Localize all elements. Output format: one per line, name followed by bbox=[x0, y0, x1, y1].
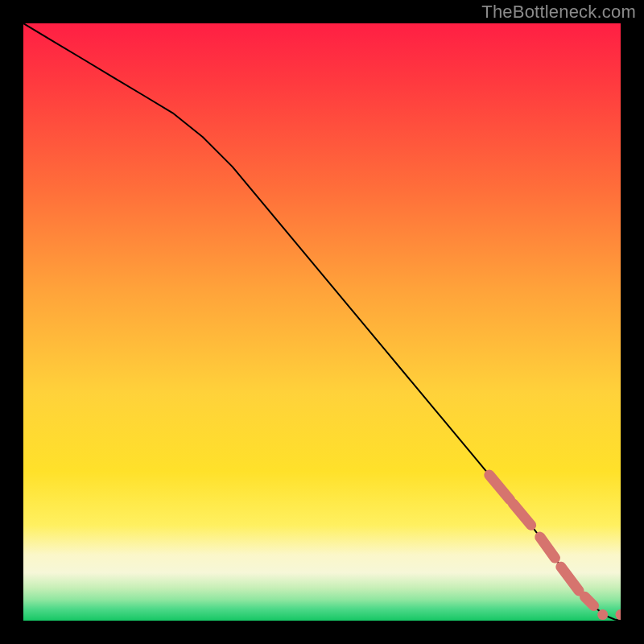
marker-point-f bbox=[597, 609, 608, 620]
gradient-background bbox=[23, 23, 621, 621]
plot-area bbox=[23, 23, 621, 621]
plot-svg bbox=[23, 23, 621, 621]
chart-frame: TheBottleneck.com bbox=[0, 0, 644, 644]
watermark-text: TheBottleneck.com bbox=[481, 2, 636, 23]
marker-cluster-e bbox=[585, 597, 594, 605]
